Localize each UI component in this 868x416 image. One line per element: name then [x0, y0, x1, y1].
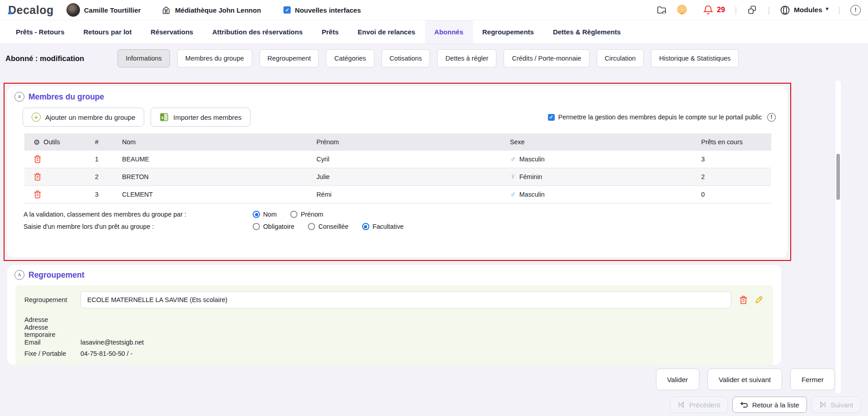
member-prenom: Rémi	[307, 191, 501, 198]
precedent-button[interactable]: Précédent	[670, 397, 727, 413]
radio-prenom[interactable]	[290, 211, 297, 218]
collapse-section-icon[interactable]: ∧	[14, 92, 24, 102]
skip-previous-icon	[678, 401, 685, 408]
members-card: ∧ Membres du groupe + Ajouter un membre …	[7, 86, 788, 257]
radio-option-prenom[interactable]: Prénom	[290, 211, 323, 218]
nav-abonnes[interactable]: Abonnés	[425, 20, 473, 43]
member-nom: CLEMENT	[113, 191, 307, 198]
member-prenom: Cyril	[307, 156, 501, 163]
beacon-icon[interactable]	[676, 5, 688, 16]
import-members-button[interactable]: x Importer des membres	[151, 108, 250, 127]
table-row: 3 CLEMENT Rémi ♂Masculin 0	[24, 186, 771, 203]
user-name: Camille Tourtillier	[84, 6, 141, 14]
radio-option-conseillee[interactable]: Conseillée	[308, 223, 349, 230]
plus-circle-icon: +	[32, 113, 41, 122]
info-row-adresse-temporaire: Adresse temporaire	[24, 326, 764, 336]
notification-count-badge[interactable]: 29	[717, 6, 725, 14]
skip-next-icon	[819, 401, 826, 408]
tab-categories[interactable]: Catégories	[326, 49, 374, 67]
nav-envoi-relances[interactable]: Envoi de relances	[348, 20, 425, 43]
nav-dettes-reglements[interactable]: Dettes & Règlements	[543, 20, 630, 43]
suivant-button[interactable]: Suivant	[811, 397, 861, 413]
nav-prets-retours[interactable]: Prêts - Retours	[6, 20, 74, 43]
svg-text:x: x	[161, 115, 164, 120]
tab-credits-porte-monnaie[interactable]: Crédits / Porte-monnaie	[504, 49, 589, 67]
library-name: Médiathèque John Lennon	[175, 6, 261, 14]
male-icon: ♂	[510, 155, 516, 164]
add-member-button[interactable]: + Ajouter un membre du groupe	[23, 108, 144, 127]
divider: |	[837, 5, 841, 15]
nav-prets[interactable]: Prêts	[312, 20, 348, 43]
col-prenom: Prénom	[307, 138, 501, 146]
delete-member-icon[interactable]	[33, 172, 42, 181]
delete-member-icon[interactable]	[33, 190, 42, 199]
tab-dettes-a-regler[interactable]: Dettes à régler	[437, 49, 496, 67]
user-menu[interactable]: Camille Tourtillier	[66, 3, 141, 17]
tab-regroupement[interactable]: Regroupement	[259, 49, 319, 67]
info-icon[interactable]: !	[850, 5, 861, 15]
member-entry-setting: Saisie d'un membre lors d'un prêt au gro…	[24, 223, 780, 230]
portal-management-checkbox[interactable]: ✓	[548, 114, 555, 121]
radio-option-obligatoire[interactable]: Obligatoire	[253, 223, 294, 230]
tab-cotisations[interactable]: Cotisations	[382, 49, 430, 67]
new-interfaces-checkbox[interactable]: ✓	[283, 6, 291, 14]
member-num: 1	[86, 156, 113, 163]
excel-icon: x	[160, 113, 169, 122]
decalog-logo[interactable]: Decalog	[7, 4, 54, 17]
gear-icon: ⚙	[33, 138, 40, 147]
table-row: 1 BEAUME Cyril ♂Masculin 3	[24, 151, 771, 168]
footer-navigation-actions: Précédent Retour à la liste Suivant	[670, 397, 861, 413]
member-nom: BEAUME	[113, 156, 307, 163]
member-sexe: Masculin	[519, 156, 545, 163]
nav-regroupements[interactable]: Regroupements	[473, 20, 543, 43]
tab-informations[interactable]: Informations	[118, 49, 170, 67]
table-row: 2 BRETON Julie ♀Féminin 2	[24, 168, 771, 186]
regroupement-input[interactable]	[80, 291, 731, 308]
member-entry-question: Saisie d'un membre lors d'un prêt au gro…	[24, 223, 253, 230]
divider: |	[734, 5, 738, 15]
folder-cloud-icon[interactable]	[656, 5, 667, 15]
caret-down-icon: ▾	[826, 6, 829, 12]
member-nom: BRETON	[113, 173, 307, 180]
new-interfaces-toggle[interactable]: ✓ Nouvelles interfaces	[283, 6, 361, 14]
info-row-fixe-portable: Fixe / Portable 04-75-81-50-50 / -	[24, 348, 764, 359]
tab-historique-statistiques[interactable]: Historique & Statistiques	[651, 49, 739, 67]
regroupement-panel: Regroupement Adresse Adresse temporaire	[15, 285, 773, 365]
radio-option-nom[interactable]: Nom	[253, 211, 277, 218]
collapse-section-icon[interactable]: ∧	[14, 270, 24, 280]
radio-obligatoire[interactable]	[253, 223, 260, 230]
tab-circulation[interactable]: Circulation	[597, 49, 644, 67]
footer-primary-actions: Valider Valider et suivant Fermer	[656, 369, 835, 390]
scrollbar-track[interactable]	[835, 80, 841, 393]
tab-membres-du-groupe[interactable]: Membres du groupe	[177, 49, 252, 67]
radio-nom[interactable]	[253, 211, 260, 218]
retour-a-la-liste-button[interactable]: Retour à la liste	[732, 397, 807, 413]
radio-conseillee[interactable]	[308, 223, 315, 230]
valider-et-suivant-button[interactable]: Valider et suivant	[708, 369, 782, 390]
overlapping-windows-icon[interactable]	[747, 5, 758, 15]
nav-attribution-reservations[interactable]: Attribution des réservations	[203, 20, 312, 43]
fermer-button[interactable]: Fermer	[790, 369, 835, 390]
topbar: Decalog Camille Tourtillier Médiathèque …	[0, 0, 868, 20]
col-sexe: Sexe	[501, 138, 692, 146]
nav-retours-par-lot[interactable]: Retours par lot	[74, 20, 142, 43]
notifications-bell-icon[interactable]	[703, 5, 713, 15]
divider: |	[767, 5, 771, 15]
scrollbar-thumb[interactable]	[836, 154, 840, 200]
valider-button[interactable]: Valider	[656, 369, 699, 390]
portal-management-label: Permettre la gestion des membres depuis …	[558, 113, 762, 121]
main-nav: Prêts - Retours Retours par lot Réservat…	[0, 20, 868, 44]
radio-facultative[interactable]	[362, 223, 369, 230]
portal-info-icon[interactable]: !	[767, 113, 776, 122]
col-prets-en-cours: Prêts en cours	[692, 138, 771, 146]
radio-option-facultative[interactable]: Facultative	[362, 223, 404, 230]
record-tabs: Informations Membres du groupe Regroupem…	[118, 49, 739, 67]
modules-menu[interactable]: Modules ▾	[780, 5, 828, 15]
nav-reservations[interactable]: Réservations	[141, 20, 203, 43]
remove-regroupement-icon[interactable]	[739, 295, 748, 305]
library-selector[interactable]: Médiathèque John Lennon	[161, 5, 261, 15]
modules-label: Modules	[794, 6, 822, 14]
add-member-label: Ajouter un membre du groupe	[45, 113, 135, 121]
delete-member-icon[interactable]	[33, 155, 42, 164]
edit-regroupement-icon[interactable]	[755, 295, 764, 304]
